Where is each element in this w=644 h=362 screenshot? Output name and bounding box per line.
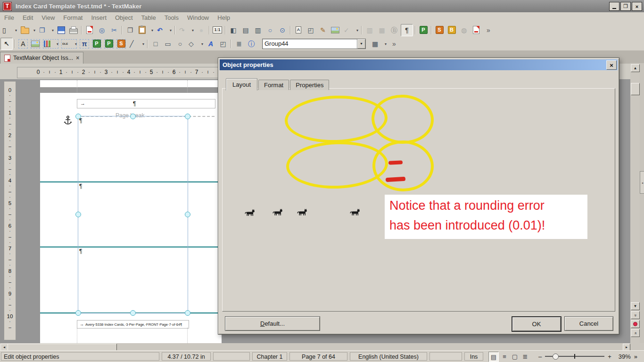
normal-view-icon[interactable]: ▤ bbox=[240, 25, 251, 36]
open-document-icon[interactable] bbox=[19, 25, 36, 36]
line-tool-icon[interactable]: ╱ bbox=[128, 38, 145, 49]
selection-handle[interactable] bbox=[130, 310, 136, 316]
wordart-icon[interactable]: A bbox=[205, 38, 216, 49]
spellcheck-icon[interactable]: ✓ bbox=[342, 25, 359, 36]
next-page-icon[interactable]: » bbox=[631, 329, 640, 337]
image-frame-icon[interactable] bbox=[30, 38, 41, 49]
zoom-100-icon[interactable]: 1:1 bbox=[212, 25, 223, 36]
scroll-right-icon[interactable]: ▸ bbox=[623, 344, 630, 351]
autoshape-tool-icon[interactable]: ◇ bbox=[187, 38, 204, 49]
menu-item[interactable]: Tools bbox=[160, 13, 183, 22]
new-document-icon[interactable]: ▯ bbox=[0, 25, 18, 36]
web-icon[interactable]: ◍ bbox=[458, 25, 470, 36]
selection-handle[interactable] bbox=[185, 310, 190, 316]
cut-icon[interactable]: ✂ bbox=[108, 25, 120, 36]
menu-item[interactable]: Window bbox=[183, 13, 213, 22]
default-button[interactable]: Default... bbox=[225, 316, 320, 331]
object-info-icon[interactable]: ⓘ bbox=[246, 38, 257, 49]
scroll-thumb[interactable] bbox=[8, 344, 117, 351]
vertical-scrollbar[interactable]: ▲ ▼ » » bbox=[630, 63, 640, 343]
chart-frame-icon[interactable] bbox=[42, 38, 59, 49]
zoom-slider-thumb[interactable] bbox=[553, 354, 559, 360]
page-setup-icon[interactable]: ◰ bbox=[305, 25, 316, 36]
zoom-out-icon[interactable]: ○ bbox=[264, 25, 276, 36]
selection-handle[interactable] bbox=[75, 310, 81, 316]
search-icon[interactable]: ● bbox=[196, 25, 207, 36]
draft-view-icon[interactable]: ≡ bbox=[500, 352, 509, 361]
presentations-object-icon[interactable]: P bbox=[418, 25, 429, 36]
dialog-tab[interactable]: Format bbox=[258, 80, 289, 90]
horizontal-scrollbar[interactable]: ◂ ▸ bbox=[0, 343, 630, 350]
thesaurus-icon[interactable]: ▥ bbox=[364, 25, 375, 36]
zoom-in-button[interactable]: + bbox=[608, 353, 611, 360]
cancel-button[interactable]: Cancel bbox=[564, 316, 613, 331]
zoom-slider[interactable] bbox=[545, 353, 604, 360]
save-icon[interactable] bbox=[56, 25, 67, 36]
bold-circle-icon[interactable]: Ⓑ bbox=[388, 25, 400, 36]
object-name-combo[interactable]: Group44 ▼ bbox=[262, 39, 366, 49]
insert-image-icon[interactable] bbox=[330, 25, 341, 36]
layout-view-icon[interactable]: ▤ bbox=[488, 352, 499, 362]
close-button[interactable]: × bbox=[632, 2, 642, 11]
order-icon[interactable]: ≣ bbox=[233, 38, 245, 49]
menu-item[interactable]: Help bbox=[213, 13, 234, 22]
dialog-tab[interactable]: Layout bbox=[226, 78, 257, 90]
format-brush-icon[interactable]: ✎ bbox=[317, 25, 329, 36]
page-width-view-icon[interactable]: ◧ bbox=[228, 25, 239, 36]
dialog-close-button[interactable]: × bbox=[606, 60, 617, 70]
worksheet-frame-icon[interactable]: S bbox=[116, 38, 127, 49]
fullpage-view-icon[interactable]: ▢ bbox=[510, 352, 520, 361]
chevron-down-icon[interactable]: ▼ bbox=[357, 39, 365, 49]
font-dialog-icon[interactable]: A bbox=[293, 25, 304, 36]
group-icon[interactable]: ◰ bbox=[217, 38, 229, 49]
formula-icon[interactable]: π bbox=[79, 38, 90, 49]
selected-object-frame[interactable] bbox=[78, 116, 188, 313]
multipage-view-icon[interactable]: ▥ bbox=[252, 25, 264, 36]
formatting-marks-icon[interactable]: ¶ bbox=[401, 24, 413, 36]
ellipse-tool-icon[interactable]: ○ bbox=[174, 38, 186, 49]
scroll-up-icon[interactable]: ▲ bbox=[631, 64, 640, 72]
planmaker-object-icon[interactable]: S bbox=[434, 25, 445, 36]
print-icon[interactable] bbox=[68, 25, 79, 36]
zoom-out-button[interactable]: – bbox=[538, 353, 542, 360]
outline-view-icon[interactable]: ≣ bbox=[520, 352, 530, 361]
previous-page-icon[interactable]: » bbox=[631, 311, 640, 319]
restore-button[interactable]: ❐ bbox=[620, 2, 631, 11]
export-pdf-icon[interactable] bbox=[84, 25, 95, 36]
scroll-left-icon[interactable]: ◂ bbox=[0, 344, 8, 351]
pdf-form-icon[interactable] bbox=[471, 25, 482, 36]
text-frame-icon[interactable]: A bbox=[17, 38, 29, 49]
toolbar-overflow-icon[interactable]: » bbox=[483, 25, 494, 36]
minimize-button[interactable] bbox=[609, 2, 619, 11]
grid-icon[interactable]: ▦ bbox=[370, 38, 388, 49]
selection-handle[interactable] bbox=[185, 114, 190, 119]
selection-handle[interactable] bbox=[75, 212, 81, 217]
menu-item[interactable]: Object bbox=[111, 13, 137, 22]
menu-item[interactable]: View bbox=[37, 13, 59, 22]
redo-icon[interactable]: ↷ bbox=[177, 25, 195, 36]
undo-icon[interactable]: ↶ bbox=[155, 25, 173, 36]
columns-icon[interactable]: ▦ bbox=[376, 25, 388, 36]
pointer-tool-icon[interactable]: ↖ bbox=[0, 38, 13, 50]
statusbar-overflow-icon[interactable]: » bbox=[634, 353, 637, 360]
menu-item[interactable]: Insert bbox=[87, 13, 111, 22]
basic-object-icon[interactable]: B bbox=[446, 25, 457, 36]
menu-item[interactable]: Format bbox=[59, 13, 87, 22]
page-navigator-icon[interactable] bbox=[631, 320, 640, 328]
copy-icon[interactable]: ❐ bbox=[124, 25, 136, 36]
print-preview-icon[interactable]: ◎ bbox=[96, 25, 107, 36]
menu-item[interactable]: Edit bbox=[18, 13, 37, 22]
selection-handle[interactable] bbox=[130, 114, 136, 119]
dialog-tab[interactable]: Properties bbox=[290, 80, 329, 90]
selection-handle[interactable] bbox=[185, 212, 190, 217]
menu-item[interactable]: Table bbox=[137, 13, 160, 22]
presentation-frame-icon[interactable]: P bbox=[91, 38, 102, 49]
scroll-down-icon[interactable]: ▼ bbox=[631, 302, 640, 310]
save-as-icon[interactable]: ❐ bbox=[37, 25, 55, 36]
zoom-in-icon[interactable]: ⊙ bbox=[277, 25, 288, 36]
header-frame[interactable]: → ¶ bbox=[77, 99, 215, 108]
toolbar-overflow-icon[interactable]: » bbox=[388, 38, 400, 49]
footer-frame[interactable]: → Avery·5338·Index·Cards,·3·Per·Page,·FR… bbox=[77, 320, 189, 329]
tab-close-icon[interactable]: × bbox=[76, 55, 79, 61]
paste-icon[interactable] bbox=[137, 25, 154, 36]
